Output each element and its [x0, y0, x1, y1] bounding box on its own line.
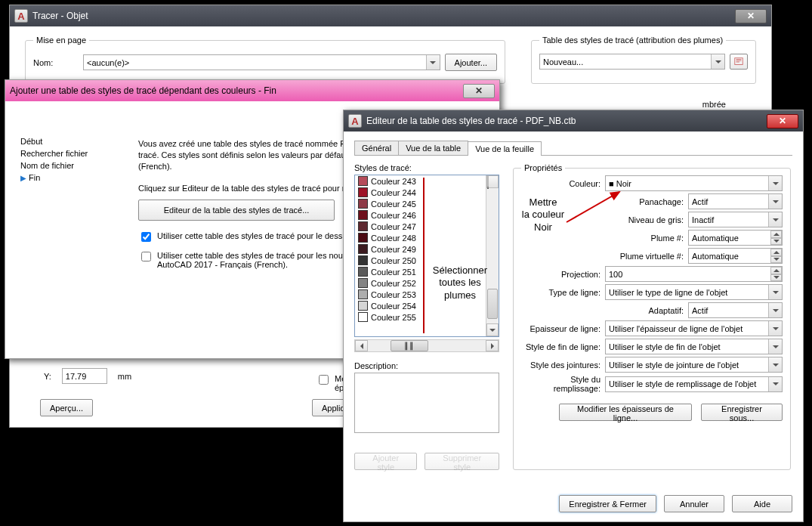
virtual-pen-spinner[interactable] [688, 248, 783, 264]
wizard-steps: Début Rechercher fichier Nom de fichier … [20, 135, 126, 184]
pencil-icon [733, 57, 744, 67]
use-for-drawing-checkbox[interactable] [141, 232, 151, 242]
fill-style-label: Style du remplissage: [521, 375, 601, 393]
wizard-step: Nom de fichier [20, 159, 126, 172]
spin-down[interactable] [770, 256, 782, 264]
list-item-label: Couleur 246 [371, 211, 416, 220]
h-scrollbar[interactable]: ∥∥ [354, 339, 499, 352]
annotation-redline [423, 178, 425, 333]
edit-style-table-button[interactable] [730, 54, 748, 70]
chevron-down-icon [768, 285, 782, 299]
y-value-input[interactable] [62, 368, 107, 384]
join-style-label: Style des jointures: [521, 360, 601, 370]
plot-titlebar[interactable]: A Tracer - Objet ✕ [10, 5, 771, 26]
editor-window: A Editeur de la table des styles de trac… [343, 110, 804, 522]
chk-label: Utiliser cette table des styles de tracé… [157, 231, 355, 240]
list-item[interactable]: Couleur 248 [355, 232, 486, 243]
adaptive-label: Adaptatif: [612, 306, 684, 315]
tab-general[interactable]: Général [354, 141, 399, 155]
color-swatch [358, 199, 368, 209]
tab-form-view[interactable]: Vue de la feuille [468, 141, 542, 156]
spin-down[interactable] [770, 274, 782, 282]
styles-listbox[interactable]: Couleur 243Couleur 244Couleur 245Couleur… [354, 175, 499, 337]
editor-titlebar[interactable]: A Editeur de la table des styles de trac… [344, 110, 803, 132]
annotation-arrow [565, 189, 625, 227]
fill-style-select[interactable]: Utiliser le style de remplissage de l'ob… [605, 376, 783, 392]
page-setup-select[interactable]: <aucun(e)> [83, 54, 440, 70]
add-page-setup-button[interactable]: Ajouter... [445, 54, 497, 71]
list-item-label: Couleur 249 [371, 245, 416, 254]
list-item[interactable]: Couleur 249 [355, 243, 486, 255]
close-button[interactable]: ✕ [463, 84, 495, 98]
list-item[interactable]: Couleur 247 [355, 221, 486, 232]
linetype-label: Type de ligne: [521, 288, 601, 297]
close-icon: ✕ [747, 11, 755, 20]
close-icon: ✕ [475, 86, 483, 95]
pen-spinner[interactable] [688, 230, 783, 246]
save-as-button[interactable]: Enregistrer sous... [701, 404, 783, 421]
linetype-select[interactable]: Utiliser le type de ligne de l'objet [605, 284, 783, 300]
list-item-label: Couleur 243 [371, 177, 416, 186]
edit-lineweights-button[interactable]: Modifier les épaisseurs de ligne... [559, 404, 692, 421]
shaded-frag: mbrée [702, 100, 726, 109]
join-style-select[interactable]: Utiliser le style de jointure de l'objet [605, 357, 783, 373]
annotation-set-color: Mettre la couleur Noir [515, 196, 571, 234]
help-button[interactable]: Aide [732, 495, 792, 512]
wizard-titlebar[interactable]: Ajouter une table des styles de tracé dé… [5, 80, 499, 101]
list-item-label: Couleur 252 [371, 279, 416, 288]
list-item-label: Couleur 245 [371, 200, 416, 209]
list-item-label: Couleur 250 [371, 256, 416, 265]
list-item[interactable]: Couleur 254 [355, 300, 486, 311]
triangle-right-icon: ▶ [20, 174, 26, 182]
list-item[interactable]: Couleur 255 [355, 311, 486, 323]
list-item[interactable]: Couleur 245 [355, 198, 486, 209]
annotation-select-all: Sélectionner toutes les plumes [425, 265, 496, 302]
spin-down[interactable] [770, 238, 782, 246]
tab-table-view[interactable]: Vue de la table [398, 141, 468, 155]
spin-up[interactable] [770, 231, 782, 238]
svg-line-1 [567, 192, 619, 222]
styles-label: Styles de tracé: [354, 163, 499, 172]
style-table-select[interactable]: Nouveau... [539, 54, 725, 70]
list-item-label: Couleur 255 [371, 313, 416, 322]
list-item-label: Couleur 251 [371, 268, 416, 277]
close-button[interactable]: ✕ [767, 114, 798, 128]
color-select[interactable]: ■ Noir [605, 175, 783, 191]
list-item[interactable]: Couleur 244 [355, 187, 486, 198]
color-swatch [358, 301, 368, 311]
save-close-button[interactable]: Enregistrer & Fermer [559, 495, 656, 512]
scroll-down-button[interactable] [486, 323, 499, 336]
color-swatch [358, 255, 368, 265]
pen-label: Plume #: [612, 234, 684, 243]
add-style-button[interactable]: Ajouter style [354, 453, 417, 470]
list-item[interactable]: Couleur 246 [355, 209, 486, 221]
color-swatch [358, 221, 368, 231]
end-style-select[interactable]: Utiliser le style de fin de l'objet [605, 339, 783, 354]
chevron-down-icon [768, 357, 782, 372]
scroll-left-button[interactable] [355, 340, 368, 351]
spin-up[interactable] [770, 249, 782, 256]
delete-style-button[interactable]: Supprimer style [425, 453, 499, 470]
preview-button[interactable]: Aperçu... [40, 399, 93, 416]
description-textarea[interactable] [354, 373, 499, 433]
color-swatch [358, 312, 368, 322]
screen-spinner[interactable] [605, 266, 783, 282]
chevron-down-icon [768, 321, 782, 336]
use-for-new-checkbox[interactable] [141, 252, 151, 261]
lineweight-select[interactable]: Utiliser l'épaisseur de ligne de l'objet [605, 320, 783, 336]
cancel-button[interactable]: Annuler [664, 495, 724, 512]
scrollbar[interactable] [486, 175, 499, 336]
style-table-editor-button[interactable]: Editeur de la table des styles de tracé.… [138, 200, 335, 221]
scroll-up-button[interactable] [486, 175, 499, 188]
close-button[interactable]: ✕ [735, 9, 767, 23]
h-scroll-thumb[interactable]: ∥∥ [391, 340, 428, 351]
spin-up[interactable] [770, 267, 782, 274]
page-setup-legend: Mise en page [33, 36, 89, 45]
list-item[interactable]: Couleur 243 [355, 175, 486, 187]
color-swatch [358, 267, 368, 277]
fit-checkbox[interactable] [319, 375, 329, 385]
color-swatch [358, 289, 368, 299]
scroll-right-button[interactable] [486, 340, 499, 351]
y-unit: mm [118, 372, 131, 381]
chevron-down-icon [768, 377, 782, 391]
